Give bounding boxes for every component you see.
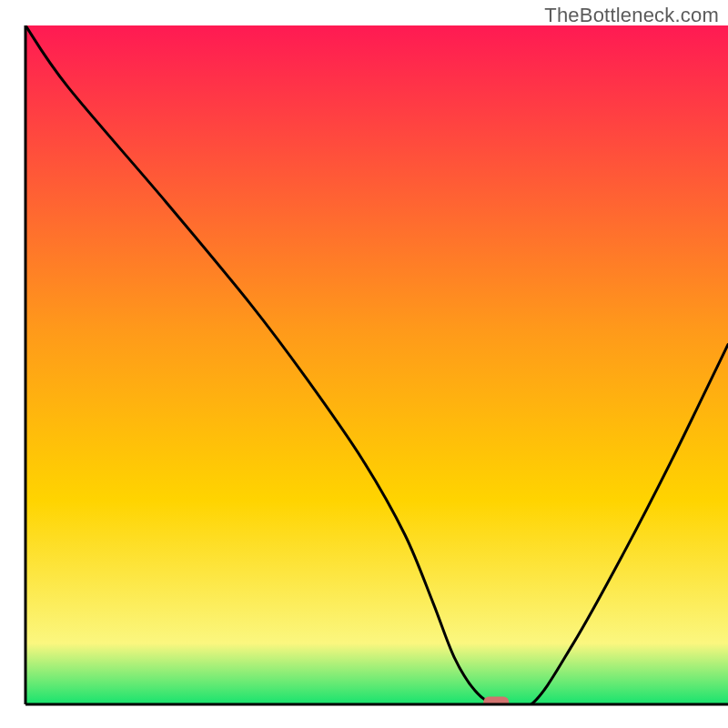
chart-background bbox=[25, 25, 728, 704]
optimal-point-marker bbox=[483, 697, 509, 709]
bottleneck-chart bbox=[0, 0, 728, 728]
watermark-text: TheBottleneck.com bbox=[544, 4, 719, 27]
chart-container: { "watermark": "TheBottleneck.com", "cha… bbox=[0, 0, 728, 728]
